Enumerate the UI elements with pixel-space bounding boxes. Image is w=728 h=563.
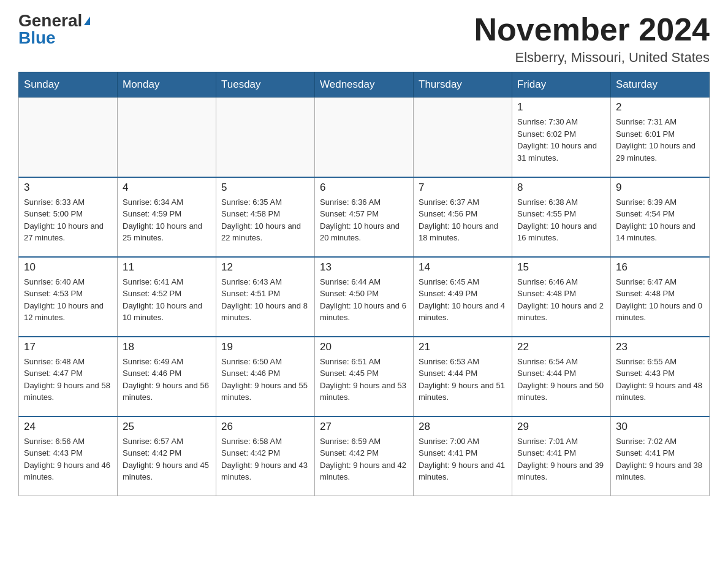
calendar-cell: 6Sunrise: 6:36 AMSunset: 4:57 PMDaylight… bbox=[315, 177, 414, 257]
calendar-cell: 20Sunrise: 6:51 AMSunset: 4:45 PMDayligh… bbox=[315, 337, 414, 416]
calendar-week-row: 1Sunrise: 7:30 AMSunset: 6:02 PMDaylight… bbox=[19, 98, 710, 177]
calendar-cell: 9Sunrise: 6:39 AMSunset: 4:54 PMDaylight… bbox=[611, 177, 710, 257]
day-info: Sunrise: 6:34 AMSunset: 4:59 PMDaylight:… bbox=[123, 196, 211, 244]
column-header-friday: Friday bbox=[512, 72, 611, 98]
calendar-cell: 29Sunrise: 7:01 AMSunset: 4:41 PMDayligh… bbox=[512, 416, 611, 496]
calendar-week-row: 3Sunrise: 6:33 AMSunset: 5:00 PMDaylight… bbox=[19, 177, 710, 257]
day-info: Sunrise: 6:43 AMSunset: 4:51 PMDaylight:… bbox=[221, 276, 309, 324]
day-number: 3 bbox=[24, 182, 112, 194]
day-info: Sunrise: 7:00 AMSunset: 4:41 PMDaylight:… bbox=[419, 435, 507, 483]
day-number: 19 bbox=[221, 341, 309, 353]
column-header-thursday: Thursday bbox=[414, 72, 512, 98]
calendar-cell: 8Sunrise: 6:38 AMSunset: 4:55 PMDaylight… bbox=[512, 177, 611, 257]
day-number: 13 bbox=[320, 261, 408, 274]
logo-blue-text: Blue bbox=[18, 29, 56, 47]
calendar-week-row: 17Sunrise: 6:48 AMSunset: 4:47 PMDayligh… bbox=[19, 337, 710, 416]
day-info: Sunrise: 6:39 AMSunset: 4:54 PMDaylight:… bbox=[616, 196, 704, 244]
calendar-cell: 17Sunrise: 6:48 AMSunset: 4:47 PMDayligh… bbox=[19, 337, 118, 416]
column-header-sunday: Sunday bbox=[19, 72, 118, 98]
day-info: Sunrise: 6:55 AMSunset: 4:43 PMDaylight:… bbox=[616, 356, 704, 404]
day-info: Sunrise: 6:47 AMSunset: 4:48 PMDaylight:… bbox=[616, 276, 704, 324]
day-info: Sunrise: 6:56 AMSunset: 4:43 PMDaylight:… bbox=[24, 435, 112, 483]
day-info: Sunrise: 7:01 AMSunset: 4:41 PMDaylight:… bbox=[517, 435, 605, 483]
day-number: 29 bbox=[517, 421, 605, 433]
calendar-cell: 15Sunrise: 6:46 AMSunset: 4:48 PMDayligh… bbox=[512, 257, 611, 337]
day-number: 23 bbox=[616, 341, 704, 353]
day-number: 25 bbox=[123, 421, 211, 433]
logo-general-text: General bbox=[18, 12, 82, 29]
calendar-cell bbox=[118, 98, 216, 177]
calendar-week-row: 10Sunrise: 6:40 AMSunset: 4:53 PMDayligh… bbox=[19, 257, 710, 337]
day-number: 8 bbox=[517, 182, 605, 194]
day-info: Sunrise: 6:53 AMSunset: 4:44 PMDaylight:… bbox=[419, 356, 507, 404]
calendar-cell: 4Sunrise: 6:34 AMSunset: 4:59 PMDaylight… bbox=[118, 177, 216, 257]
calendar-cell: 26Sunrise: 6:58 AMSunset: 4:42 PMDayligh… bbox=[216, 416, 315, 496]
calendar-cell: 30Sunrise: 7:02 AMSunset: 4:41 PMDayligh… bbox=[611, 416, 710, 496]
title-block: November 2024 Elsberry, Missouri, United… bbox=[474, 12, 710, 66]
day-info: Sunrise: 6:45 AMSunset: 4:49 PMDaylight:… bbox=[419, 276, 507, 324]
day-number: 28 bbox=[419, 421, 507, 433]
day-number: 20 bbox=[320, 341, 408, 353]
column-header-tuesday: Tuesday bbox=[216, 72, 315, 98]
calendar-cell: 14Sunrise: 6:45 AMSunset: 4:49 PMDayligh… bbox=[414, 257, 512, 337]
day-number: 5 bbox=[221, 182, 309, 194]
day-number: 1 bbox=[517, 101, 605, 113]
column-header-wednesday: Wednesday bbox=[315, 72, 414, 98]
day-info: Sunrise: 6:48 AMSunset: 4:47 PMDaylight:… bbox=[24, 356, 112, 404]
calendar-week-row: 24Sunrise: 6:56 AMSunset: 4:43 PMDayligh… bbox=[19, 416, 710, 496]
calendar-cell: 23Sunrise: 6:55 AMSunset: 4:43 PMDayligh… bbox=[611, 337, 710, 416]
calendar-cell: 12Sunrise: 6:43 AMSunset: 4:51 PMDayligh… bbox=[216, 257, 315, 337]
day-info: Sunrise: 6:59 AMSunset: 4:42 PMDaylight:… bbox=[320, 435, 408, 483]
day-info: Sunrise: 6:36 AMSunset: 4:57 PMDaylight:… bbox=[320, 196, 408, 244]
day-number: 18 bbox=[123, 341, 211, 353]
location-text: Elsberry, Missouri, United States bbox=[474, 50, 710, 66]
day-info: Sunrise: 7:30 AMSunset: 6:02 PMDaylight:… bbox=[517, 116, 605, 164]
column-header-saturday: Saturday bbox=[611, 72, 710, 98]
calendar-table: SundayMondayTuesdayWednesdayThursdayFrid… bbox=[18, 72, 710, 496]
day-number: 14 bbox=[419, 261, 507, 274]
day-number: 27 bbox=[320, 421, 408, 433]
day-number: 11 bbox=[123, 261, 211, 274]
day-info: Sunrise: 6:46 AMSunset: 4:48 PMDaylight:… bbox=[517, 276, 605, 324]
logo: General Blue bbox=[18, 12, 90, 47]
calendar-cell: 5Sunrise: 6:35 AMSunset: 4:58 PMDaylight… bbox=[216, 177, 315, 257]
day-info: Sunrise: 6:40 AMSunset: 4:53 PMDaylight:… bbox=[24, 276, 112, 324]
day-info: Sunrise: 6:37 AMSunset: 4:56 PMDaylight:… bbox=[419, 196, 507, 244]
calendar-cell: 18Sunrise: 6:49 AMSunset: 4:46 PMDayligh… bbox=[118, 337, 216, 416]
month-title: November 2024 bbox=[474, 12, 710, 47]
calendar-cell: 2Sunrise: 7:31 AMSunset: 6:01 PMDaylight… bbox=[611, 98, 710, 177]
day-info: Sunrise: 6:57 AMSunset: 4:42 PMDaylight:… bbox=[123, 435, 211, 483]
calendar-cell: 21Sunrise: 6:53 AMSunset: 4:44 PMDayligh… bbox=[414, 337, 512, 416]
day-number: 22 bbox=[517, 341, 605, 353]
day-info: Sunrise: 6:33 AMSunset: 5:00 PMDaylight:… bbox=[24, 196, 112, 244]
calendar-cell bbox=[19, 98, 118, 177]
day-number: 30 bbox=[616, 421, 704, 433]
calendar-header-row: SundayMondayTuesdayWednesdayThursdayFrid… bbox=[19, 72, 710, 98]
day-info: Sunrise: 6:51 AMSunset: 4:45 PMDaylight:… bbox=[320, 356, 408, 404]
day-info: Sunrise: 6:49 AMSunset: 4:46 PMDaylight:… bbox=[123, 356, 211, 404]
day-info: Sunrise: 6:44 AMSunset: 4:50 PMDaylight:… bbox=[320, 276, 408, 324]
day-number: 26 bbox=[221, 421, 309, 433]
calendar-cell: 16Sunrise: 6:47 AMSunset: 4:48 PMDayligh… bbox=[611, 257, 710, 337]
calendar-cell: 11Sunrise: 6:41 AMSunset: 4:52 PMDayligh… bbox=[118, 257, 216, 337]
day-info: Sunrise: 6:35 AMSunset: 4:58 PMDaylight:… bbox=[221, 196, 309, 244]
calendar-cell: 25Sunrise: 6:57 AMSunset: 4:42 PMDayligh… bbox=[118, 416, 216, 496]
calendar-cell bbox=[315, 98, 414, 177]
calendar-cell: 1Sunrise: 7:30 AMSunset: 6:02 PMDaylight… bbox=[512, 98, 611, 177]
day-info: Sunrise: 6:38 AMSunset: 4:55 PMDaylight:… bbox=[517, 196, 605, 244]
calendar-cell: 27Sunrise: 6:59 AMSunset: 4:42 PMDayligh… bbox=[315, 416, 414, 496]
day-number: 10 bbox=[24, 261, 112, 274]
calendar-cell: 28Sunrise: 7:00 AMSunset: 4:41 PMDayligh… bbox=[414, 416, 512, 496]
calendar-cell: 13Sunrise: 6:44 AMSunset: 4:50 PMDayligh… bbox=[315, 257, 414, 337]
calendar-cell: 7Sunrise: 6:37 AMSunset: 4:56 PMDaylight… bbox=[414, 177, 512, 257]
column-header-monday: Monday bbox=[118, 72, 216, 98]
day-number: 12 bbox=[221, 261, 309, 274]
calendar-cell: 19Sunrise: 6:50 AMSunset: 4:46 PMDayligh… bbox=[216, 337, 315, 416]
calendar-cell: 3Sunrise: 6:33 AMSunset: 5:00 PMDaylight… bbox=[19, 177, 118, 257]
day-info: Sunrise: 6:58 AMSunset: 4:42 PMDaylight:… bbox=[221, 435, 309, 483]
day-number: 9 bbox=[616, 182, 704, 194]
calendar-cell: 22Sunrise: 6:54 AMSunset: 4:44 PMDayligh… bbox=[512, 337, 611, 416]
calendar-cell: 24Sunrise: 6:56 AMSunset: 4:43 PMDayligh… bbox=[19, 416, 118, 496]
day-info: Sunrise: 6:41 AMSunset: 4:52 PMDaylight:… bbox=[123, 276, 211, 324]
day-number: 21 bbox=[419, 341, 507, 353]
